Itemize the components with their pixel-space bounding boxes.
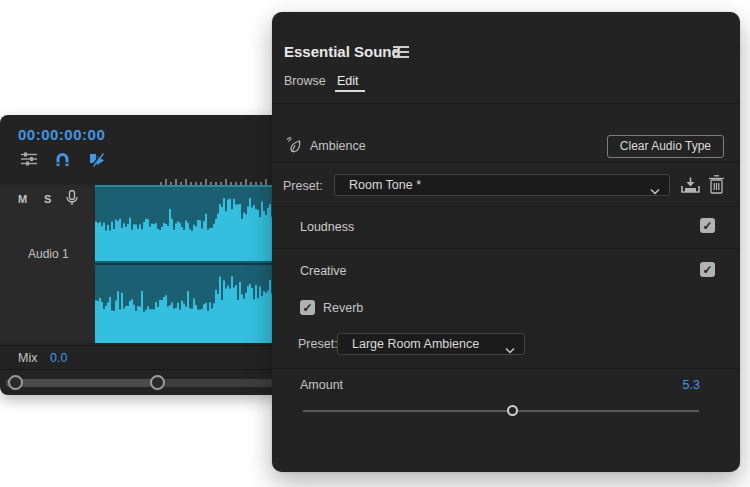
- preset-value: Room Tone *: [349, 178, 421, 192]
- snap-magnet-icon[interactable]: [54, 151, 71, 167]
- creative-checkbox[interactable]: ✓: [700, 262, 715, 277]
- tab-browse[interactable]: Browse: [284, 74, 326, 88]
- section-creative[interactable]: Creative: [300, 264, 347, 278]
- amount-slider[interactable]: [303, 410, 699, 412]
- reverb-preset-label: Preset:: [298, 337, 338, 351]
- audio-type-label: Ambience: [310, 139, 366, 153]
- timeline-scrollbar: [0, 369, 276, 395]
- playhead-timecode[interactable]: 00:00:00:00: [18, 126, 105, 143]
- preset-label: Preset:: [283, 179, 323, 193]
- mix-label: Mix: [18, 351, 37, 365]
- mute-button[interactable]: M: [18, 193, 27, 205]
- ambience-preset-dropdown[interactable]: Room Tone *: [334, 174, 670, 196]
- essential-sound-panel: Essential Sound Browse Edit Ambience Cle…: [272, 12, 740, 472]
- loudness-checkbox[interactable]: ✓: [700, 218, 715, 233]
- amount-slider-thumb[interactable]: [507, 405, 518, 416]
- check-icon: ✓: [702, 220, 712, 232]
- reverb-preset-value: Large Room Ambience: [352, 337, 479, 351]
- waveform-channel-2: [95, 265, 276, 343]
- scrollbar-zoom-range[interactable]: [6, 379, 164, 387]
- timeline-panel: 00:00:00:00: [0, 115, 276, 395]
- zoom-handle-left[interactable]: [8, 375, 23, 390]
- divider: [272, 368, 740, 369]
- reverb-label: Reverb: [323, 301, 363, 315]
- divider: [272, 206, 740, 207]
- check-icon: ✓: [302, 302, 312, 314]
- divider: [272, 103, 740, 104]
- voiceover-record-icon[interactable]: [66, 190, 78, 210]
- section-loudness[interactable]: Loudness: [300, 220, 354, 234]
- divider: [272, 248, 740, 249]
- solo-button[interactable]: S: [44, 193, 51, 205]
- save-preset-icon[interactable]: [681, 177, 700, 198]
- track-name[interactable]: Audio 1: [28, 247, 69, 261]
- timeline-toolbar: [20, 151, 105, 167]
- linked-selection-icon[interactable]: [88, 151, 105, 167]
- clear-audio-type-button[interactable]: Clear Audio Type: [607, 135, 724, 158]
- audio-clip[interactable]: [95, 185, 276, 343]
- amount-value[interactable]: 5.3: [683, 378, 700, 392]
- screenshot-canvas: 00:00:00:00: [0, 0, 750, 487]
- amount-label: Amount: [300, 378, 343, 392]
- reverb-checkbox[interactable]: ✓: [300, 300, 315, 315]
- mix-track-row: Mix 0.0: [0, 345, 276, 369]
- reverb-preset-dropdown[interactable]: Large Room Ambience: [337, 333, 525, 355]
- audio-track-header: M S Audio 1: [0, 185, 95, 343]
- divider: [272, 162, 740, 163]
- chevron-down-icon: [650, 181, 660, 199]
- active-tab-underline: [335, 90, 365, 92]
- tab-edit[interactable]: Edit: [337, 74, 359, 88]
- time-ruler[interactable]: [160, 173, 270, 185]
- check-icon: ✓: [702, 264, 712, 276]
- waveform-channel-1: [95, 187, 276, 261]
- mix-value[interactable]: 0.0: [50, 351, 67, 365]
- chevron-down-icon: [505, 340, 515, 358]
- ambience-leaf-icon: [286, 137, 304, 158]
- timeline-settings-icon[interactable]: [20, 151, 37, 167]
- zoom-handle-right[interactable]: [150, 375, 165, 390]
- delete-preset-trash-icon[interactable]: [708, 175, 725, 198]
- panel-title: Essential Sound: [284, 43, 401, 60]
- panel-menu-icon[interactable]: [393, 46, 409, 58]
